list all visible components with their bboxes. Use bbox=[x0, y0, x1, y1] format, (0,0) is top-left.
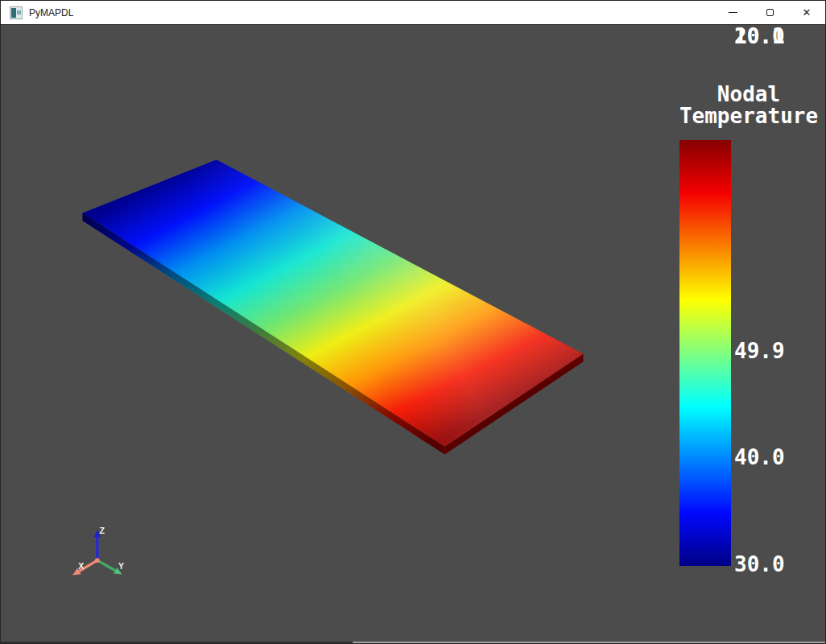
z-axis-label: Z bbox=[99, 526, 105, 535]
colorbar-tick-30: 30.0 bbox=[734, 554, 785, 576]
close-button[interactable]: ✕ bbox=[788, 1, 825, 24]
titlebar: PyMAPDL ✕ bbox=[1, 1, 825, 25]
bottom-edge-dark-segment bbox=[1, 642, 353, 643]
minimize-icon bbox=[729, 12, 737, 13]
axes-origin bbox=[95, 558, 100, 563]
app-window: PyMAPDL ✕ bbox=[0, 0, 826, 644]
minimize-button[interactable] bbox=[714, 1, 751, 24]
x-axis-label: X bbox=[78, 561, 84, 571]
window-bottom-edge bbox=[1, 642, 825, 643]
maximize-button[interactable] bbox=[751, 1, 788, 24]
colorbar-tick-40: 40.0 bbox=[734, 447, 785, 469]
scalarbar-title: Nodal Temperature bbox=[659, 84, 826, 127]
window-title: PyMAPDL bbox=[29, 7, 73, 19]
bottom-edge-light-segment bbox=[353, 642, 825, 643]
app-icon bbox=[10, 6, 23, 19]
colorbar-tick-min: 10.1 bbox=[734, 26, 785, 47]
render-viewport[interactable]: Z X Y Nodal Temperature 49.9 40.0 30.0 2… bbox=[1, 26, 825, 643]
maximize-icon bbox=[766, 9, 774, 16]
colorbar-tick-max: 49.9 bbox=[734, 341, 785, 362]
y-axis-arrow bbox=[97, 560, 115, 571]
colorbar bbox=[679, 140, 731, 566]
window-controls: ✕ bbox=[714, 1, 825, 24]
y-axis-label: Y bbox=[118, 561, 124, 571]
orientation-axes-widget: Z X Y bbox=[72, 526, 124, 576]
plate-top-face bbox=[83, 159, 584, 447]
close-icon: ✕ bbox=[803, 6, 812, 19]
